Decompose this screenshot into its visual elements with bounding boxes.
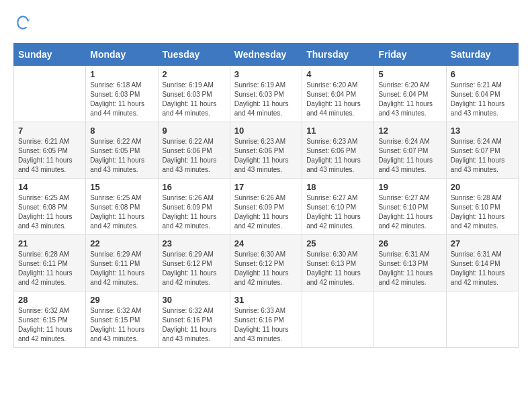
day-info: Sunrise: 6:30 AMSunset: 6:13 PMDaylight:… [306, 250, 369, 287]
day-cell: 10Sunrise: 6:23 AMSunset: 6:06 PMDayligh… [230, 122, 302, 179]
day-info: Sunrise: 6:27 AMSunset: 6:10 PMDaylight:… [306, 193, 369, 231]
day-info: Sunrise: 6:30 AMSunset: 6:12 PMDaylight:… [234, 250, 298, 287]
day-number: 13 [451, 126, 514, 136]
day-info: Sunrise: 6:19 AMSunset: 6:03 PMDaylight:… [163, 81, 226, 118]
day-cell: 17Sunrise: 6:26 AMSunset: 6:09 PMDayligh… [230, 179, 302, 235]
day-number: 6 [451, 69, 514, 79]
day-cell: 19Sunrise: 6:27 AMSunset: 6:10 PMDayligh… [374, 179, 446, 235]
day-info: Sunrise: 6:29 AMSunset: 6:11 PMDaylight:… [90, 250, 153, 287]
day-info: Sunrise: 6:31 AMSunset: 6:14 PMDaylight:… [451, 250, 514, 287]
day-info: Sunrise: 6:26 AMSunset: 6:09 PMDaylight:… [234, 193, 298, 231]
logo-icon [13, 13, 32, 32]
col-header-monday: Monday [86, 44, 158, 66]
day-number: 23 [163, 238, 226, 248]
day-cell: 5Sunrise: 6:20 AMSunset: 6:04 PMDaylight… [374, 66, 446, 122]
day-number: 2 [163, 69, 226, 79]
day-cell: 13Sunrise: 6:24 AMSunset: 6:07 PMDayligh… [446, 122, 518, 179]
day-number: 3 [234, 69, 298, 79]
day-number: 4 [306, 69, 369, 79]
calendar-table: SundayMondayTuesdayWednesdayThursdayFrid… [13, 43, 519, 348]
day-number: 1 [90, 69, 153, 79]
day-cell: 2Sunrise: 6:19 AMSunset: 6:03 PMDaylight… [158, 66, 230, 122]
day-cell: 24Sunrise: 6:30 AMSunset: 6:12 PMDayligh… [230, 235, 302, 291]
day-cell: 29Sunrise: 6:32 AMSunset: 6:15 PMDayligh… [86, 291, 158, 348]
day-cell: 30Sunrise: 6:32 AMSunset: 6:16 PMDayligh… [158, 291, 230, 348]
day-cell: 11Sunrise: 6:23 AMSunset: 6:06 PMDayligh… [302, 122, 374, 179]
day-info: Sunrise: 6:22 AMSunset: 6:05 PMDaylight:… [90, 137, 153, 175]
week-row-5: 28Sunrise: 6:32 AMSunset: 6:15 PMDayligh… [14, 291, 519, 348]
day-cell: 16Sunrise: 6:26 AMSunset: 6:09 PMDayligh… [158, 179, 230, 235]
day-cell: 21Sunrise: 6:28 AMSunset: 6:11 PMDayligh… [14, 235, 86, 291]
day-info: Sunrise: 6:28 AMSunset: 6:11 PMDaylight:… [18, 250, 81, 287]
day-info: Sunrise: 6:21 AMSunset: 6:05 PMDaylight:… [18, 137, 81, 175]
day-info: Sunrise: 6:25 AMSunset: 6:08 PMDaylight:… [90, 193, 153, 231]
day-number: 15 [90, 182, 153, 192]
logo [13, 13, 35, 32]
day-number: 18 [306, 182, 369, 192]
col-header-wednesday: Wednesday [230, 44, 302, 66]
col-header-thursday: Thursday [302, 44, 374, 66]
day-cell: 15Sunrise: 6:25 AMSunset: 6:08 PMDayligh… [86, 179, 158, 235]
day-number: 11 [306, 126, 369, 136]
day-number: 30 [163, 295, 226, 305]
day-number: 21 [18, 238, 81, 248]
day-info: Sunrise: 6:26 AMSunset: 6:09 PMDaylight:… [163, 193, 226, 231]
header-row: SundayMondayTuesdayWednesdayThursdayFrid… [14, 44, 519, 66]
day-number: 19 [378, 182, 441, 192]
day-cell: 25Sunrise: 6:30 AMSunset: 6:13 PMDayligh… [302, 235, 374, 291]
day-info: Sunrise: 6:23 AMSunset: 6:06 PMDaylight:… [306, 137, 369, 175]
day-info: Sunrise: 6:21 AMSunset: 6:04 PMDaylight:… [451, 81, 514, 118]
day-number: 20 [451, 182, 514, 192]
day-info: Sunrise: 6:24 AMSunset: 6:07 PMDaylight:… [451, 137, 514, 175]
day-cell [14, 66, 86, 122]
day-info: Sunrise: 6:19 AMSunset: 6:03 PMDaylight:… [234, 81, 298, 118]
col-header-tuesday: Tuesday [158, 44, 230, 66]
day-number: 28 [18, 295, 81, 305]
day-cell: 3Sunrise: 6:19 AMSunset: 6:03 PMDaylight… [230, 66, 302, 122]
week-row-3: 14Sunrise: 6:25 AMSunset: 6:08 PMDayligh… [14, 179, 519, 235]
week-row-1: 1Sunrise: 6:18 AMSunset: 6:03 PMDaylight… [14, 66, 519, 122]
day-number: 7 [18, 126, 81, 136]
day-number: 25 [306, 238, 369, 248]
day-info: Sunrise: 6:20 AMSunset: 6:04 PMDaylight:… [306, 81, 369, 118]
day-info: Sunrise: 6:22 AMSunset: 6:06 PMDaylight:… [163, 137, 226, 175]
day-cell: 8Sunrise: 6:22 AMSunset: 6:05 PMDaylight… [86, 122, 158, 179]
week-row-4: 21Sunrise: 6:28 AMSunset: 6:11 PMDayligh… [14, 235, 519, 291]
day-info: Sunrise: 6:32 AMSunset: 6:16 PMDaylight:… [163, 306, 226, 344]
day-number: 22 [90, 238, 153, 248]
day-info: Sunrise: 6:18 AMSunset: 6:03 PMDaylight:… [90, 81, 153, 118]
day-cell [374, 291, 446, 348]
day-number: 12 [378, 126, 441, 136]
day-info: Sunrise: 6:27 AMSunset: 6:10 PMDaylight:… [378, 193, 441, 231]
day-cell: 7Sunrise: 6:21 AMSunset: 6:05 PMDaylight… [14, 122, 86, 179]
week-row-2: 7Sunrise: 6:21 AMSunset: 6:05 PMDaylight… [14, 122, 519, 179]
day-number: 14 [18, 182, 81, 192]
day-info: Sunrise: 6:23 AMSunset: 6:06 PMDaylight:… [234, 137, 298, 175]
day-cell: 20Sunrise: 6:28 AMSunset: 6:10 PMDayligh… [446, 179, 518, 235]
day-number: 8 [90, 126, 153, 136]
day-info: Sunrise: 6:24 AMSunset: 6:07 PMDaylight:… [378, 137, 441, 175]
day-cell: 14Sunrise: 6:25 AMSunset: 6:08 PMDayligh… [14, 179, 86, 235]
day-info: Sunrise: 6:31 AMSunset: 6:13 PMDaylight:… [378, 250, 441, 287]
col-header-saturday: Saturday [446, 44, 518, 66]
day-number: 16 [163, 182, 226, 192]
day-cell [446, 291, 518, 348]
day-cell: 1Sunrise: 6:18 AMSunset: 6:03 PMDaylight… [86, 66, 158, 122]
day-cell: 18Sunrise: 6:27 AMSunset: 6:10 PMDayligh… [302, 179, 374, 235]
day-number: 27 [451, 238, 514, 248]
day-number: 31 [234, 295, 298, 305]
day-info: Sunrise: 6:32 AMSunset: 6:15 PMDaylight:… [18, 306, 81, 344]
day-cell: 9Sunrise: 6:22 AMSunset: 6:06 PMDaylight… [158, 122, 230, 179]
col-header-friday: Friday [374, 44, 446, 66]
day-number: 26 [378, 238, 441, 248]
day-number: 10 [234, 126, 298, 136]
day-number: 29 [90, 295, 153, 305]
day-cell: 6Sunrise: 6:21 AMSunset: 6:04 PMDaylight… [446, 66, 518, 122]
day-cell: 23Sunrise: 6:29 AMSunset: 6:12 PMDayligh… [158, 235, 230, 291]
day-cell [302, 291, 374, 348]
day-info: Sunrise: 6:25 AMSunset: 6:08 PMDaylight:… [18, 193, 81, 231]
day-cell: 12Sunrise: 6:24 AMSunset: 6:07 PMDayligh… [374, 122, 446, 179]
day-cell: 4Sunrise: 6:20 AMSunset: 6:04 PMDaylight… [302, 66, 374, 122]
day-cell: 27Sunrise: 6:31 AMSunset: 6:14 PMDayligh… [446, 235, 518, 291]
day-number: 5 [378, 69, 441, 79]
